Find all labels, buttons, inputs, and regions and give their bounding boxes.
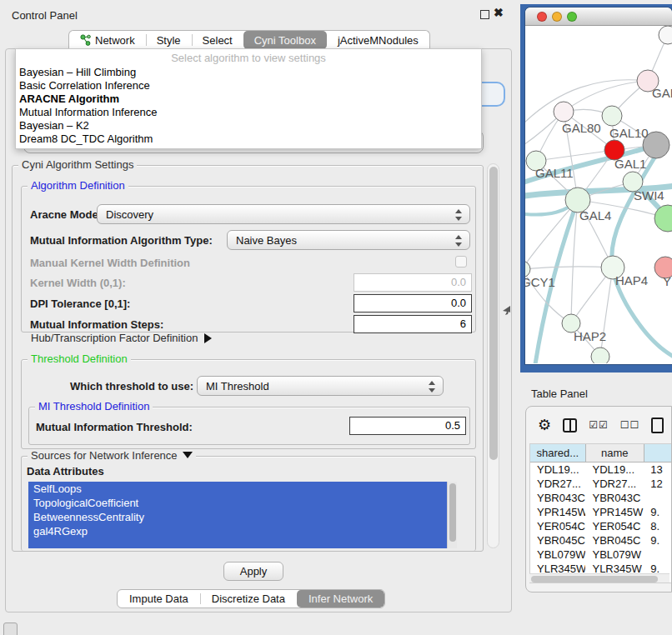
mi-type-select[interactable]: Naive Bayes (227, 230, 470, 250)
table-cell[interactable]: YDR27... (530, 477, 585, 491)
algorithm-option[interactable]: Mutual Information Inference (16, 106, 481, 119)
split-columns-icon[interactable] (563, 418, 577, 432)
tab-discretize-data[interactable]: Discretize Data (200, 590, 297, 608)
table-cell[interactable]: 8. (644, 519, 672, 533)
algorithm-option[interactable]: Dream8 DC_TDC Algorithm (16, 132, 481, 146)
apply-button[interactable]: Apply (223, 562, 283, 581)
tab-jactivemnodules[interactable]: jActiveMNodules (327, 31, 429, 49)
mi-type-value: Naive Bayes (236, 234, 297, 247)
table-cell[interactable]: YER054C (585, 519, 644, 533)
table-cell[interactable]: YBL079W (585, 548, 644, 562)
network-edge[interactable] (564, 81, 648, 112)
data-attributes-list[interactable]: SelfLoopsTopologicalCoefficientBetweenne… (28, 482, 457, 548)
table-cell[interactable]: YDL19... (585, 462, 644, 477)
network-view-window[interactable]: GALGAL80GAL10GAL1GAL11SWI4GAL4GCY1HAP4YH… (525, 8, 672, 364)
table-row[interactable]: YER054CYER054C8. (530, 519, 672, 533)
settings-scrollbar-thumb[interactable] (489, 167, 498, 460)
checked-pair-icon[interactable]: ☑☑ (589, 419, 609, 431)
close-icon[interactable]: ✖ (494, 6, 504, 19)
table-cell[interactable]: YBL079W (530, 548, 585, 562)
network-node[interactable] (591, 348, 609, 363)
table-cell[interactable] (644, 491, 672, 505)
table-cell[interactable]: YBR045C (530, 533, 585, 548)
hub-definition-label: Hub/Transcription Factor Definition (31, 332, 198, 344)
network-node-gal80[interactable] (554, 102, 574, 122)
algorithm-definition-title: Algorithm Definition (28, 179, 128, 192)
node-label-gal1: GAL1 (614, 157, 646, 171)
tab-infer-network[interactable]: Infer Network (297, 590, 384, 608)
attribute-item[interactable]: gal4RGexp (28, 524, 457, 538)
table-row[interactable]: YDL19...YDL19...13 (530, 462, 672, 477)
table-cell[interactable] (644, 548, 672, 562)
mi-threshold-input[interactable]: 0.5 (349, 417, 466, 435)
table-cell[interactable]: YBR043C (530, 491, 585, 505)
mi-steps-input[interactable]: 6 (354, 315, 472, 333)
attribute-item-partial[interactable] (28, 538, 457, 548)
unchecked-pair-icon[interactable]: ☐☐ (620, 419, 640, 431)
settings-scrollbar[interactable] (487, 163, 499, 548)
table-cell[interactable]: 12 (644, 477, 672, 491)
table-cell[interactable]: 9. (644, 505, 672, 519)
manual-kernel-checkbox[interactable] (455, 256, 467, 268)
table-cell[interactable]: YDR27... (585, 477, 644, 491)
zoom-light[interactable] (567, 12, 577, 22)
tab-impute-data[interactable]: Impute Data (118, 590, 200, 608)
table-cell[interactable]: YBR043C (585, 491, 644, 505)
network-edge[interactable] (525, 267, 613, 269)
column-header-partial[interactable] (644, 444, 672, 462)
network-window-titlebar[interactable] (525, 8, 672, 26)
table-row[interactable]: YBL079WYBL079W (530, 548, 672, 562)
tab-select[interactable]: Select (192, 31, 243, 49)
tab-label: Infer Network (308, 592, 373, 605)
table-cell[interactable]: YPR145W (585, 505, 644, 519)
which-threshold-select[interactable]: MI Threshold (197, 376, 444, 396)
table-row[interactable]: YBR043CYBR043C (530, 491, 672, 505)
table-row[interactable]: YBR045CYBR045C9. (530, 533, 672, 548)
attribute-item[interactable]: BetweennessCentrality (28, 510, 457, 524)
table-cell[interactable]: YER054C (530, 519, 585, 533)
table-cell[interactable]: YDL19... (530, 462, 585, 477)
node-label-gal: GAL (652, 86, 672, 100)
stepper-arrows-icon (455, 234, 462, 248)
attributes-scrollbar[interactable] (447, 482, 457, 548)
attribute-item[interactable]: TopologicalCoefficient (28, 496, 457, 510)
algorithm-option[interactable]: ARACNE Algorithm (16, 92, 481, 106)
network-edge[interactable] (525, 80, 648, 126)
column-header-shared...[interactable]: shared... (530, 444, 586, 462)
table-cell[interactable]: YBR045C (585, 533, 644, 548)
tab-network[interactable]: Network (69, 31, 146, 49)
algorithm-option[interactable]: Bayesian – Hill Climbing (16, 66, 481, 79)
column-header-name[interactable]: name (586, 444, 644, 462)
close-light[interactable] (537, 12, 547, 22)
document-icon[interactable] (651, 418, 664, 433)
data-attributes-label: Data Attributes (27, 465, 104, 478)
float-icon[interactable] (480, 10, 489, 19)
minimize-light[interactable] (552, 12, 562, 22)
node-label-gal4: GAL4 (579, 208, 611, 222)
network-node-gal10[interactable] (602, 106, 622, 126)
hub-definition-toggle[interactable]: Hub/Transcription Factor Definition (31, 332, 212, 344)
sources-title[interactable]: Sources for Network Inference (28, 449, 196, 462)
table-row[interactable]: YPR145WYPR145W9. (530, 505, 672, 519)
algorithm-option[interactable]: Basic Correlation Inference (16, 79, 481, 92)
table-cell[interactable]: 9. (644, 533, 672, 548)
gear-icon[interactable]: ⚙ (538, 416, 551, 434)
table-cell[interactable]: 13 (644, 462, 672, 477)
which-threshold-value: MI Threshold (206, 380, 269, 392)
table-hscrollbar-thumb[interactable] (531, 576, 658, 582)
table-row[interactable]: YDR27...YDR27...12 (530, 477, 672, 491)
algorithm-option[interactable]: Bayesian – K2 (16, 119, 481, 132)
table-cell[interactable]: YPR145W (530, 505, 585, 519)
network-edge[interactable] (525, 200, 578, 269)
attribute-item[interactable]: SelfLoops (28, 482, 457, 496)
aracne-mode-select[interactable]: Discovery (97, 204, 470, 224)
kernel-width-input[interactable]: 0.0 (354, 273, 472, 292)
attributes-scrollbar-thumb[interactable] (449, 483, 456, 542)
table-hscrollbar[interactable] (529, 573, 669, 582)
dpi-tolerance-input[interactable]: 0.0 (354, 294, 472, 312)
network-canvas[interactable]: GALGAL80GAL10GAL1GAL11SWI4GAL4GCY1HAP4YH… (525, 26, 672, 363)
tab-cyni-toolbox[interactable]: Cyni Toolbox (243, 31, 327, 49)
minimized-panel-icon[interactable] (3, 622, 18, 635)
tab-style[interactable]: Style (146, 31, 192, 49)
network-node[interactable] (659, 26, 672, 44)
